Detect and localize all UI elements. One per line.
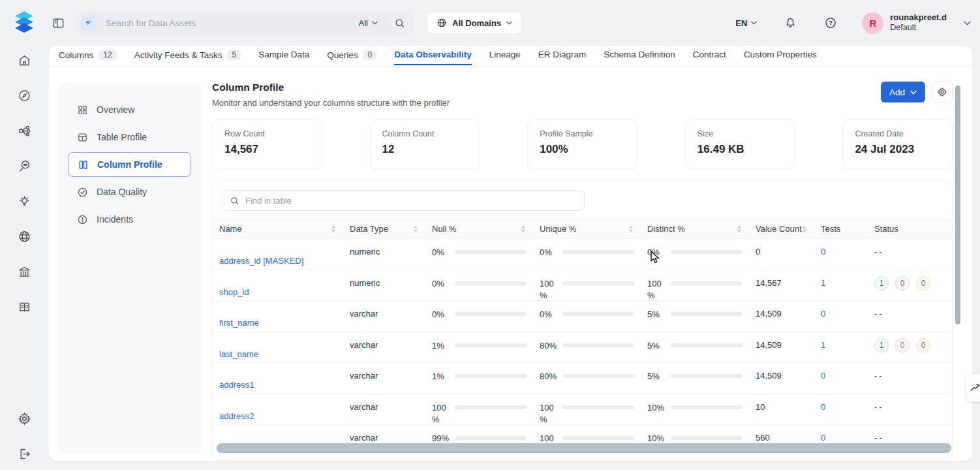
status-empty: -- bbox=[874, 433, 884, 443]
tab-custom-properties[interactable]: Custom Properties bbox=[744, 50, 817, 65]
tests-link[interactable]: 0 bbox=[821, 433, 825, 443]
chart-line-icon bbox=[970, 383, 980, 393]
tab-label: Sample Data bbox=[258, 50, 309, 59]
find-in-table-input[interactable] bbox=[245, 196, 577, 206]
profiler-settings-button[interactable] bbox=[932, 82, 953, 102]
chevron-down-icon[interactable] bbox=[964, 21, 971, 25]
add-button[interactable]: Add bbox=[881, 82, 925, 102]
help-icon[interactable]: ? bbox=[824, 16, 837, 29]
glossary-book-icon[interactable] bbox=[18, 300, 31, 314]
column-name-link[interactable]: address_id [MASKED] bbox=[219, 256, 303, 266]
value-count: 14,509 bbox=[749, 301, 814, 319]
failed-count-badge[interactable]: 0 bbox=[895, 276, 910, 290]
tests-link[interactable]: 0 bbox=[821, 247, 825, 257]
sort-icon[interactable] bbox=[521, 226, 525, 232]
null-progress-bar bbox=[455, 281, 527, 285]
find-in-table-box[interactable] bbox=[222, 190, 585, 211]
unique-pct: 0% bbox=[540, 309, 557, 321]
sort-icon[interactable] bbox=[414, 226, 418, 232]
tests-link[interactable]: 1 bbox=[821, 278, 825, 288]
tab-contract[interactable]: Contract bbox=[693, 50, 726, 65]
topbar-right-cluster: EN ? R rounakpreet.d Default bbox=[735, 0, 971, 46]
column-profile-main: Column Profile Monitor and understand yo… bbox=[212, 67, 953, 461]
search-scope-dropdown[interactable]: All bbox=[359, 18, 378, 28]
stat-label: Column Count bbox=[382, 129, 468, 138]
tab-label: Lineage bbox=[489, 50, 521, 59]
stat-card-profile-sample: Profile Sample100% bbox=[527, 119, 637, 170]
column-name-link[interactable]: address1 bbox=[219, 380, 254, 390]
tests-link[interactable]: 0 bbox=[821, 309, 825, 319]
sidebar-item-column-profile[interactable]: Column Profile bbox=[68, 152, 191, 177]
tab-data-observability[interactable]: Data Observability bbox=[394, 50, 472, 65]
tab-count-badge: 5 bbox=[227, 50, 241, 60]
sidebar-toggle-icon[interactable] bbox=[52, 17, 65, 29]
column-name-link[interactable]: last_name bbox=[219, 349, 258, 359]
unique-progress-bar bbox=[562, 436, 634, 440]
tests-link[interactable]: 0 bbox=[821, 371, 825, 381]
tab-er-diagram[interactable]: ER Diagram bbox=[538, 50, 587, 65]
column-name-link[interactable]: address2 bbox=[219, 411, 254, 421]
grid-icon bbox=[77, 104, 88, 116]
page-title: Column Profile bbox=[212, 82, 450, 93]
settings-gear-icon[interactable] bbox=[18, 412, 31, 426]
sidebar-item-label: Data Quality bbox=[97, 187, 147, 197]
global-search-bar[interactable]: All bbox=[76, 11, 413, 35]
success-count-badge[interactable]: 1 bbox=[874, 338, 889, 352]
column-name-link[interactable]: shop_id bbox=[219, 287, 249, 297]
sort-icon[interactable] bbox=[737, 226, 741, 232]
tab-columns[interactable]: Columns12 bbox=[59, 50, 117, 66]
tab-activity-feeds[interactable]: Activity Feeds & Tasks5 bbox=[134, 50, 241, 66]
expand-side-panel-handle[interactable] bbox=[966, 374, 980, 401]
home-icon[interactable] bbox=[18, 54, 31, 67]
explore-compass-icon[interactable] bbox=[18, 89, 31, 102]
aborted-count-badge[interactable]: 0 bbox=[916, 276, 930, 290]
sidebar-item-data-quality[interactable]: Data Quality bbox=[68, 180, 191, 204]
tab-lineage[interactable]: Lineage bbox=[489, 50, 521, 65]
tab-queries[interactable]: Queries0 bbox=[327, 50, 376, 66]
check-circle-icon bbox=[77, 187, 88, 198]
user-menu[interactable]: rounakpreet.d Default bbox=[890, 12, 947, 33]
openmetadata-logo[interactable] bbox=[12, 10, 37, 36]
column-name-link[interactable]: first_name bbox=[219, 318, 259, 328]
user-avatar[interactable]: R bbox=[862, 12, 883, 34]
failed-count-badge[interactable]: 0 bbox=[895, 338, 910, 352]
sidebar-item-table-profile[interactable]: Table Profile bbox=[68, 125, 191, 149]
vertical-scrollbar[interactable] bbox=[955, 86, 960, 324]
search-input[interactable] bbox=[106, 18, 359, 28]
notifications-bell-icon[interactable] bbox=[784, 16, 797, 29]
tests-link[interactable]: 1 bbox=[821, 340, 825, 350]
table-row: address1 varchar 1% 80% 5% 14,509 0 -- bbox=[213, 363, 952, 394]
ai-sparkle-icon[interactable] bbox=[81, 15, 97, 31]
lineage-flow-icon[interactable] bbox=[18, 124, 31, 138]
sidebar-item-incidents[interactable]: Incidents bbox=[68, 207, 191, 232]
governance-bank-icon[interactable] bbox=[18, 265, 31, 279]
table-row: address2 varchar 100 % 100 % 10% 10 0 -- bbox=[213, 394, 952, 426]
data-type: varchar bbox=[343, 363, 425, 381]
table-row: address_id [MASKED] numeric 0% 0% 0% 0 0… bbox=[213, 239, 952, 270]
value-count: 10 bbox=[749, 394, 814, 412]
stat-value: 12 bbox=[382, 143, 468, 156]
sort-icon[interactable] bbox=[629, 226, 633, 232]
search-icon[interactable] bbox=[394, 18, 405, 29]
tab-label: Schema Definition bbox=[604, 50, 675, 59]
sidebar-item-label: Incidents bbox=[97, 214, 133, 225]
domains-dropdown[interactable]: All Domains bbox=[427, 12, 521, 34]
distinct-pct: 100 % bbox=[647, 278, 666, 302]
sort-icon[interactable] bbox=[331, 226, 335, 232]
observability-search-icon[interactable] bbox=[18, 159, 31, 173]
insights-lightbulb-icon[interactable] bbox=[18, 195, 31, 208]
tests-link[interactable]: 0 bbox=[821, 402, 825, 412]
horizontal-scrollbar[interactable] bbox=[217, 443, 951, 453]
sort-icon[interactable] bbox=[803, 226, 806, 232]
domains-globe-icon[interactable] bbox=[18, 230, 31, 243]
distinct-pct: 10% bbox=[647, 402, 666, 414]
language-dropdown[interactable]: EN bbox=[735, 18, 757, 28]
sidebar-item-overview[interactable]: Overview bbox=[68, 97, 191, 122]
tab-sample-data[interactable]: Sample Data bbox=[258, 50, 309, 65]
distinct-pct: 5% bbox=[647, 309, 666, 321]
aborted-count-badge[interactable]: 0 bbox=[916, 338, 930, 352]
unique-progress-bar bbox=[562, 405, 634, 409]
success-count-badge[interactable]: 1 bbox=[874, 276, 889, 290]
tab-schema-definition[interactable]: Schema Definition bbox=[604, 50, 675, 65]
logout-icon[interactable] bbox=[18, 447, 31, 461]
